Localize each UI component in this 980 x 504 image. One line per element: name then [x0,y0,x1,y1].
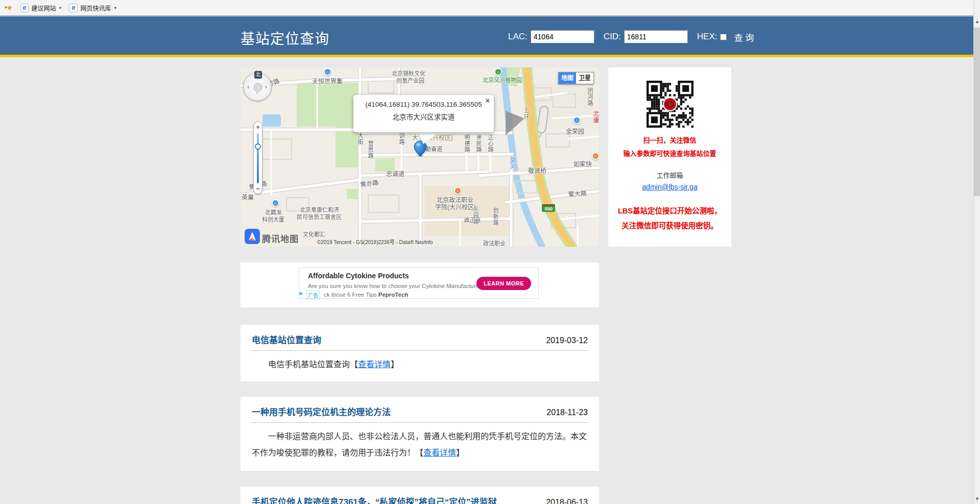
qr-code [647,81,694,128]
map-poi-icon: ⌂ [454,187,462,195]
north-compass-badge: 北 [254,71,262,79]
scroll-up-arrow[interactable]: ▲ [974,16,980,27]
map-label: 乐园路 [471,206,480,225]
chevron-down-icon: ▼ [58,6,62,10]
ad-info-badge[interactable]: 广告 [306,291,320,299]
ad-learn-more-button[interactable]: LEARN MORE [476,277,531,290]
view-details-link[interactable]: 查看详情 [358,360,391,369]
lbs-notice-line1: LBS基站定位接口开始公测啦， [608,205,731,215]
chevron-down-icon: ▼ [113,6,117,10]
ad-text-line1: Are you sure you know how to choose your… [308,283,484,289]
map-label: 创新路 [491,207,499,226]
ad-close-icon[interactable]: × [299,290,303,297]
map-label: 团河路 [586,88,594,106]
map-label: 明德路 [463,134,471,153]
bubble-close-icon[interactable]: × [486,97,490,105]
map-label: 勤奋道 [425,145,442,153]
zoom-slider-handle[interactable] [255,143,261,150]
map-poi-icon: ⌂ [494,68,502,76]
article-excerpt: 一种非运营商内部人员、也非公检法人员，普通人也能利用的凭手机号定位的方法。本文不… [252,428,588,461]
map-label: 英巢 [242,193,254,201]
cid-input[interactable] [624,30,688,43]
zoom-track[interactable] [257,133,259,183]
browser-favorites-bar: ★➤ e 建议网站 ▼ e 网页快讯库 ▼ [0,0,980,16]
map-type-toggle: 地图 卫星 [558,72,594,84]
suggested-sites-item[interactable]: e 建议网站 ▼ [20,4,62,12]
map-label: 科创大厦 [262,215,284,223]
map-label: 正心路 [486,134,494,153]
cid-label: CID: [604,32,621,42]
wechat-line1: 扫一扫，关注微信 [608,135,731,145]
map-label: 忠诚道 [386,169,404,178]
scrollbar-thumb[interactable] [974,28,980,196]
map-label: 文化都汇 [303,230,325,238]
map-label: 金荣园 [566,127,584,135]
map-label: 大街 [356,133,364,145]
map-pan-control[interactable]: 北 ˆ ˇ ‹ › [243,73,272,101]
favorites-star-icon[interactable]: ★➤ [6,3,13,12]
map-label: 民可信员工宿舍区 [297,212,342,221]
lbs-notice-line2: 关注微信即可获得使用密钥。 [608,220,731,230]
tencent-maps-logo[interactable] [245,229,260,244]
map-label: 训路 [397,133,405,145]
article-excerpt: 电信手机基站位置查询【查看详情】 [252,356,588,373]
map-label: 亲民路 [474,134,483,153]
map-poi-icon: ⌂ [324,68,331,76]
pan-right-icon[interactable]: › [265,83,267,90]
ad-creative[interactable]: Affordable Cytokine Products Are you sur… [299,268,539,299]
pan-knob[interactable] [253,83,262,92]
map-label: 学院(大兴校区) [435,202,476,211]
zoom-in-button[interactable]: + [254,123,262,131]
ie-icon: e [69,4,78,12]
pan-left-icon[interactable]: ‹ [247,83,249,90]
zoom-out-button[interactable]: − [254,185,262,193]
page-title: 基站定位查询 [241,28,329,48]
site-header: 基站定位查询 LAC: CID: HEX: 查 询 [0,16,973,57]
map-type-map-button[interactable]: 地图 [559,73,576,84]
hex-checkbox[interactable] [720,34,727,40]
s50-road-badge: S50 [542,204,555,212]
lac-input[interactable] [531,30,594,43]
map-label: 营思路 [366,140,374,159]
query-form: LAC: CID: HEX: 查 询 [508,16,754,57]
ad-brand: PeproTech [378,292,409,298]
tencent-map[interactable]: 北京锦秋文化创意产业园天恒世界集坊路北京凤河植物园团河路北康金荣园如家快敬贤桥警… [241,67,599,247]
suggested-sites-label: 建议网站 [31,4,56,12]
map-type-satellite-button[interactable]: 卫星 [576,73,593,84]
mail-link[interactable]: admin@lbs-sir.ga [642,183,697,191]
map-label: 北康 [591,110,599,124]
article-card: 一种用手机号码定位机主的理论方法 2018-11-23 一种非运营商内部人员、也… [241,397,599,471]
pan-down-icon[interactable]: ˇ [256,91,258,99]
article-card: 电信基站位置查询 2019-03-12 电信手机基站位置查询【查看详情】 [241,325,599,381]
map-label: 凤河 [508,157,517,170]
map-label: 创意产业园 [396,76,424,84]
wechat-sidebar: 扫一扫，关注微信 输入参数即可快速查询基站位置 工作邮箱 admin@lbs-s… [608,67,731,247]
article-date: 2019-03-12 [546,336,588,345]
map-panel: 北京锦秋文化创意产业园天恒世界集坊路北京凤河植物园团河路北康金荣园如家快敬贤桥警… [241,67,599,247]
map-label: 五环 [522,107,531,121]
info-bubble-tail [414,131,443,145]
ad-title: Affordable Cytokine Products [308,272,409,280]
article-date: 2018-06-13 [546,498,588,504]
map-label: 如家快 [573,159,592,168]
ad-text-line2: ck those 6 Free Tips PeproTech [324,292,408,298]
scroll-down-arrow[interactable]: ▼ [974,494,980,504]
ad-banner: Affordable Cytokine Products Are you sur… [241,262,599,307]
dotted-divider [252,350,588,351]
article-title-link[interactable]: 手机定位他人踪迹信息7361条，“私家侦探”将自己“定位”进监狱 [252,495,497,504]
web-slices-item[interactable]: e 网页快讯库 ▼ [69,4,117,12]
query-button[interactable]: 查 询 [734,31,754,43]
lac-label: LAC: [508,32,528,42]
ie-icon: e [20,4,29,12]
map-label: 敬贤桥 [528,166,546,175]
article-card: 手机定位他人踪迹信息7361条，“私家侦探”将自己“定位”进监狱 2018-06… [241,487,599,504]
map-poi-icon: ⌂ [592,152,599,160]
article-title-link[interactable]: 一种用手机号码定位机主的理论方法 [252,405,391,418]
map-zoom-control[interactable]: + − [253,122,262,194]
article-title-link[interactable]: 电信基站位置查询 [252,333,321,346]
dotted-divider [252,422,588,423]
wechat-line2: 输入参数即可快速查询基站位置 [608,148,731,158]
map-copyright: ©2019 Tencent - GS(2018)2236号 - Data® Na… [317,238,433,246]
view-details-link[interactable]: 查看详情 [423,448,456,457]
page-scrollbar[interactable]: ▲ ▼ [973,0,980,504]
